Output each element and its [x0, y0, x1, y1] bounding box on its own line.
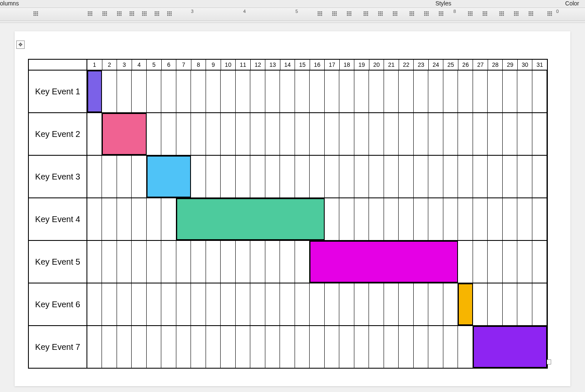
gantt-cell[interactable]	[87, 283, 102, 325]
gantt-cell[interactable]	[354, 283, 369, 325]
gantt-cell[interactable]	[191, 326, 206, 368]
gantt-cell[interactable]	[236, 156, 250, 197]
gantt-cell[interactable]	[414, 71, 428, 112]
gantt-cell[interactable]	[369, 198, 384, 240]
gantt-cell[interactable]	[473, 198, 488, 240]
gantt-cell[interactable]	[206, 283, 221, 325]
gantt-cell[interactable]	[221, 326, 235, 368]
gantt-cell[interactable]	[532, 241, 547, 283]
gantt-cell[interactable]	[339, 156, 354, 197]
gantt-cell[interactable]	[354, 71, 369, 112]
table-move-handle-icon[interactable]: ✥	[16, 40, 25, 49]
gantt-cell[interactable]	[517, 113, 532, 155]
gantt-cell[interactable]	[532, 198, 547, 240]
gantt-cell[interactable]	[221, 156, 235, 197]
gantt-cell[interactable]	[280, 326, 295, 368]
gantt-cell[interactable]	[458, 198, 473, 240]
gantt-cell[interactable]	[488, 283, 502, 325]
gantt-cell[interactable]	[147, 326, 161, 368]
gantt-cell[interactable]	[206, 156, 221, 197]
gantt-cell[interactable]	[458, 71, 473, 112]
gantt-cell[interactable]	[384, 326, 399, 368]
gantt-cell[interactable]	[117, 283, 132, 325]
gantt-cell[interactable]	[236, 326, 250, 368]
gantt-cell[interactable]	[265, 283, 280, 325]
gantt-bar[interactable]	[147, 156, 191, 197]
gantt-cell[interactable]	[132, 198, 146, 240]
gantt-cell[interactable]	[295, 241, 310, 283]
gantt-cell[interactable]	[117, 326, 132, 368]
gantt-cell[interactable]	[473, 71, 488, 112]
gantt-cell[interactable]	[117, 198, 132, 240]
gantt-cell[interactable]	[517, 283, 532, 325]
gantt-cell[interactable]	[443, 113, 458, 155]
gantt-cell[interactable]	[176, 283, 191, 325]
gantt-cell[interactable]	[488, 71, 502, 112]
gantt-cell[interactable]	[117, 241, 132, 283]
gantt-cell[interactable]	[87, 198, 102, 240]
gantt-cell[interactable]	[339, 71, 354, 112]
gantt-cell[interactable]	[236, 71, 250, 112]
gantt-cell[interactable]	[354, 198, 369, 240]
gantt-cell[interactable]	[503, 113, 517, 155]
gantt-cell[interactable]	[147, 283, 161, 325]
gantt-cell[interactable]	[280, 283, 295, 325]
gantt-cell[interactable]	[102, 241, 117, 283]
gantt-cell[interactable]	[443, 198, 458, 240]
gantt-cell[interactable]	[132, 283, 146, 325]
gantt-cell[interactable]	[443, 283, 458, 325]
gantt-cell[interactable]	[161, 283, 176, 325]
gantt-cell[interactable]	[325, 198, 339, 240]
gantt-cell[interactable]	[369, 156, 384, 197]
ruler[interactable]: 3 4 5 8 0	[0, 8, 585, 21]
gantt-cell[interactable]	[458, 113, 473, 155]
gantt-cell[interactable]	[473, 241, 488, 283]
gantt-cell[interactable]	[325, 156, 339, 197]
gantt-cell[interactable]	[384, 283, 399, 325]
gantt-cell[interactable]	[161, 241, 176, 283]
gantt-cell[interactable]	[428, 198, 443, 240]
gantt-cell[interactable]	[132, 241, 146, 283]
gantt-cell[interactable]	[325, 283, 339, 325]
gantt-cell[interactable]	[310, 71, 324, 112]
gantt-cell[interactable]	[236, 113, 250, 155]
gantt-cell[interactable]	[325, 71, 339, 112]
gantt-cell[interactable]	[532, 156, 547, 197]
gantt-cell[interactable]	[191, 283, 206, 325]
gantt-cell[interactable]	[428, 113, 443, 155]
gantt-cell[interactable]	[488, 241, 502, 283]
gantt-cell[interactable]	[221, 241, 235, 283]
gantt-cell[interactable]	[295, 283, 310, 325]
gantt-cell[interactable]	[339, 283, 354, 325]
gantt-cell[interactable]	[369, 71, 384, 112]
gantt-cell[interactable]	[280, 113, 295, 155]
gantt-bar[interactable]	[87, 71, 102, 112]
gantt-cell[interactable]	[161, 113, 176, 155]
gantt-cell[interactable]	[414, 283, 428, 325]
gantt-cell[interactable]	[265, 113, 280, 155]
gantt-cell[interactable]	[399, 283, 413, 325]
gantt-cell[interactable]	[236, 241, 250, 283]
gantt-cell[interactable]	[280, 241, 295, 283]
gantt-cell[interactable]	[250, 113, 265, 155]
gantt-cell[interactable]	[369, 113, 384, 155]
gantt-cell[interactable]	[517, 156, 532, 197]
gantt-cell[interactable]	[473, 113, 488, 155]
gantt-cell[interactable]	[384, 156, 399, 197]
gantt-cell[interactable]	[428, 71, 443, 112]
gantt-cell[interactable]	[473, 156, 488, 197]
gantt-cell[interactable]	[503, 283, 517, 325]
gantt-cell[interactable]	[354, 113, 369, 155]
gantt-cell[interactable]	[295, 71, 310, 112]
gantt-cell[interactable]	[325, 326, 339, 368]
gantt-cell[interactable]	[399, 198, 413, 240]
gantt-cell[interactable]	[325, 113, 339, 155]
gantt-cell[interactable]	[488, 113, 502, 155]
gantt-cell[interactable]	[265, 241, 280, 283]
gantt-cell[interactable]	[147, 113, 161, 155]
gantt-table[interactable]: 1234567891011121314151617181920212223242…	[28, 59, 548, 369]
gantt-cell[interactable]	[354, 326, 369, 368]
gantt-cell[interactable]	[132, 326, 146, 368]
gantt-cell[interactable]	[250, 241, 265, 283]
gantt-cell[interactable]	[532, 283, 547, 325]
